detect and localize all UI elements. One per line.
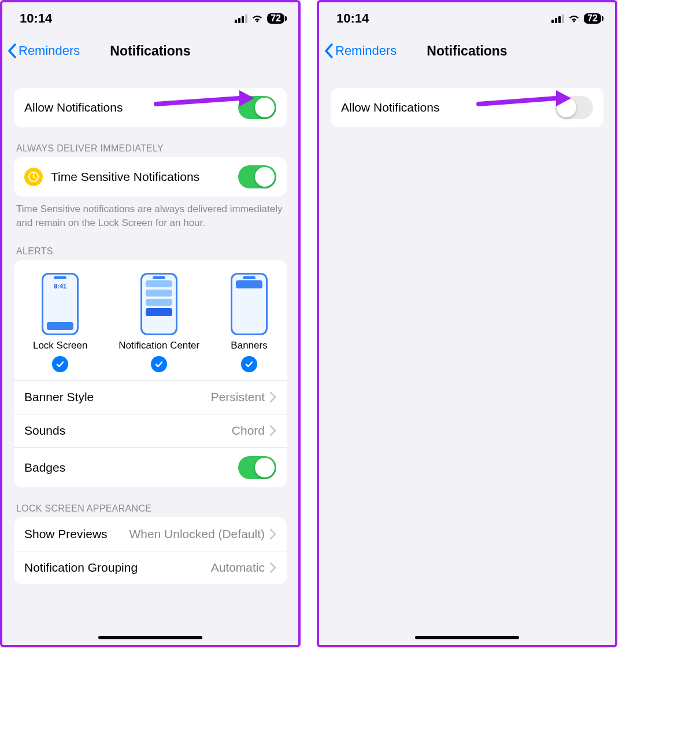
show-previews-value: When Unlocked (Default) <box>129 527 265 541</box>
group-lock-appearance: Show Previews When Unlocked (Default) No… <box>14 517 287 584</box>
check-icon <box>154 360 164 369</box>
alert-banners-label: Banners <box>231 340 267 351</box>
group-alerts: 9:41 Lock Screen Notificat <box>14 260 287 487</box>
home-indicator[interactable] <box>415 636 519 639</box>
status-bar: 10:14 72 <box>2 2 298 35</box>
group-allow: Allow Notifications <box>331 88 603 127</box>
clock-icon <box>24 168 43 186</box>
row-sounds[interactable]: Sounds Chord <box>14 414 287 447</box>
allow-notifications-label: Allow Notifications <box>341 101 555 114</box>
row-allow-notifications[interactable]: Allow Notifications <box>331 88 603 127</box>
group-time-sensitive: Time Sensitive Notifications <box>14 157 287 197</box>
back-label: Reminders <box>18 43 80 58</box>
badges-toggle[interactable] <box>238 456 276 479</box>
wifi-icon <box>251 14 264 23</box>
alert-option-banners[interactable]: Banners <box>231 273 268 372</box>
alert-center-check[interactable] <box>151 356 167 372</box>
phone-screen-left: 10:14 72 Reminders Notifications Allow N… <box>0 0 301 647</box>
check-icon <box>55 360 65 369</box>
nav-bar: Reminders Notifications <box>2 35 298 67</box>
battery-icon: 72 <box>267 13 284 24</box>
time-sensitive-toggle[interactable] <box>238 165 276 188</box>
chevron-right-icon <box>269 528 276 540</box>
alert-lock-label: Lock Screen <box>33 340 88 351</box>
section-header-alerts: ALERTS <box>14 230 287 260</box>
time-sensitive-label: Time Sensitive Notifications <box>51 170 238 184</box>
allow-notifications-toggle[interactable] <box>238 96 276 119</box>
banners-preview-icon <box>231 273 268 335</box>
chevron-right-icon <box>269 425 276 436</box>
row-banner-style[interactable]: Banner Style Persistent <box>14 380 287 414</box>
nav-bar: Reminders Notifications <box>319 35 615 67</box>
content-area: Allow Notifications ALWAYS DELIVER IMMED… <box>2 67 298 645</box>
row-notification-grouping[interactable]: Notification Grouping Automatic <box>14 551 287 584</box>
badges-label: Badges <box>24 461 238 475</box>
row-time-sensitive[interactable]: Time Sensitive Notifications <box>14 157 287 197</box>
notification-center-preview-icon <box>140 273 177 335</box>
back-button[interactable]: Reminders <box>324 43 397 59</box>
row-allow-notifications[interactable]: Allow Notifications <box>14 88 287 127</box>
sounds-value: Chord <box>232 424 265 438</box>
time-sensitive-footer: Time Sensitive notifications are always … <box>14 197 287 230</box>
chevron-left-icon <box>7 43 17 59</box>
grouping-label: Notification Grouping <box>24 561 211 575</box>
section-header-always: ALWAYS DELIVER IMMEDIATELY <box>14 127 287 157</box>
banner-style-label: Banner Style <box>24 390 211 404</box>
chevron-right-icon <box>269 562 276 573</box>
alert-banners-check[interactable] <box>241 356 257 372</box>
alert-lock-check[interactable] <box>52 356 68 372</box>
alert-option-lock-screen[interactable]: 9:41 Lock Screen <box>33 273 88 372</box>
allow-notifications-toggle[interactable] <box>555 96 593 119</box>
cellular-icon <box>235 14 247 23</box>
group-allow: Allow Notifications <box>14 88 287 127</box>
status-time: 10:14 <box>336 11 369 26</box>
banner-style-value: Persistent <box>211 390 265 404</box>
chevron-left-icon <box>324 43 334 59</box>
allow-notifications-label: Allow Notifications <box>24 101 238 114</box>
row-badges[interactable]: Badges <box>14 447 287 487</box>
chevron-right-icon <box>269 391 276 403</box>
alert-option-notification-center[interactable]: Notification Center <box>118 273 199 372</box>
battery-icon: 72 <box>584 13 601 24</box>
lock-screen-preview-icon: 9:41 <box>42 273 79 335</box>
wifi-icon <box>568 14 580 23</box>
show-previews-label: Show Previews <box>24 527 129 541</box>
cellular-icon <box>551 14 564 23</box>
status-time: 10:14 <box>20 11 52 26</box>
phone-screen-right: 10:14 72 Reminders Notifications Allow N… <box>317 0 617 647</box>
sounds-label: Sounds <box>24 424 232 438</box>
section-header-lock-appearance: LOCK SCREEN APPEARANCE <box>14 487 287 517</box>
row-show-previews[interactable]: Show Previews When Unlocked (Default) <box>14 517 287 551</box>
alerts-options-row: 9:41 Lock Screen Notificat <box>14 260 287 380</box>
alert-center-label: Notification Center <box>118 340 199 351</box>
check-icon <box>245 360 254 369</box>
grouping-value: Automatic <box>211 561 265 575</box>
status-bar: 10:14 72 <box>319 2 615 35</box>
back-label: Reminders <box>335 43 397 58</box>
back-button[interactable]: Reminders <box>7 43 80 59</box>
content-area: Allow Notifications <box>319 67 615 645</box>
home-indicator[interactable] <box>98 636 202 639</box>
